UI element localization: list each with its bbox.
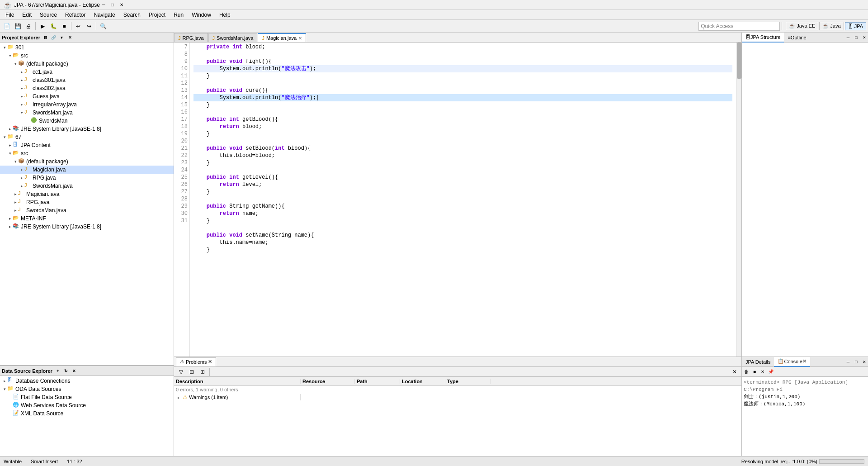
tree-item-301[interactable]: ▾ 📁 301 (0, 43, 174, 52)
tree-item-irregular[interactable]: ▸ J IrregularArray.java (0, 100, 174, 109)
warning-group-label: ▸ ⚠ Warnings (1 item) (174, 394, 301, 400)
tab-jpa-structure[interactable]: 🗄 JPA Structure (742, 33, 784, 43)
console-pin-btn[interactable]: 📌 (767, 368, 774, 376)
code-line-35: } (193, 246, 732, 253)
dse-close-btn[interactable]: ✕ (71, 367, 78, 375)
right-panel-close[interactable]: ✕ (861, 34, 868, 41)
console-remove-btn[interactable]: ✕ (759, 368, 766, 376)
debug-button[interactable]: 🐛 (48, 21, 58, 31)
tree-item-jpa-content[interactable]: ▸ 🗄 JPA Content (0, 141, 174, 149)
code-area[interactable]: private int blood; public void fight(){ … (190, 43, 736, 357)
save-button[interactable]: 💾 (13, 21, 23, 31)
tree-item-xml-source[interactable]: 📝 XML Data Source (0, 409, 174, 418)
tab-console[interactable]: 📋 Console ✕ (774, 357, 810, 367)
tree-item-swordsman2[interactable]: ▸ J SwordsMan.java (0, 182, 174, 190)
perspective-java[interactable]: ☕ Java (819, 22, 844, 30)
editor-vscroll[interactable] (736, 43, 741, 357)
dse-new-btn[interactable]: + (54, 367, 61, 375)
console-icon: 📋 (778, 358, 784, 364)
vscroll-thumb[interactable] (737, 43, 741, 79)
code-line-19: } (193, 130, 732, 138)
pe-link-btn[interactable]: 🔗 (50, 34, 57, 41)
tree-item-class301[interactable]: ▸ J class301.java (0, 76, 174, 84)
menu-navigate[interactable]: Navigate (90, 11, 118, 19)
perspective-javaee[interactable]: ☕ Java EE (786, 22, 818, 30)
right-panel-max[interactable]: □ (853, 34, 860, 41)
tree-item-swordsman3[interactable]: ▸ J SwordsMan.java (0, 206, 174, 214)
problems-filter-btn[interactable]: ▽ (176, 367, 186, 377)
tree-item-class302[interactable]: ▸ J class302.java (0, 84, 174, 92)
perspective-jpa[interactable]: 🗄 JPA (845, 22, 866, 30)
maximize-button[interactable]: □ (109, 1, 116, 9)
pe-menu-btn[interactable]: ▾ (58, 34, 66, 41)
editor-content[interactable]: 7 8 9 10 11 12 13 14 15 16 17 18 19 20 2… (174, 43, 741, 357)
project-icon-67: 📁 (7, 133, 14, 141)
tree-item-guess[interactable]: ▸ J Guess.java (0, 92, 174, 100)
tree-item-defpkg2[interactable]: ▾ 📦 (default package) (0, 157, 174, 166)
menu-help[interactable]: Help (216, 11, 234, 19)
close-button[interactable]: ✕ (118, 1, 125, 9)
search-button[interactable]: 🔍 (98, 21, 108, 31)
tree-item-magician2[interactable]: ▸ J Magician.java (0, 190, 174, 198)
menu-window[interactable]: Window (188, 11, 215, 19)
tree-item-rpg[interactable]: ▸ J RPG.java (0, 174, 174, 182)
tab-outline[interactable]: ≡ Outline (784, 33, 810, 43)
jpa-details-close[interactable]: ✕ (861, 358, 868, 366)
tab-rpg[interactable]: J RPG.java (174, 33, 208, 42)
tree-item-magician[interactable]: ▸ J Magician.java (0, 166, 174, 174)
quick-access-box[interactable]: Quick Access (698, 22, 780, 31)
menu-project[interactable]: Project (145, 11, 169, 19)
tab-problems[interactable]: ⚠ Problems ✕ (176, 357, 216, 366)
run-button[interactable]: ▶ (38, 21, 47, 31)
console-terminate-btn[interactable]: ■ (751, 368, 758, 376)
right-panel-min[interactable]: ─ (844, 34, 852, 41)
jpa-details-min[interactable]: ─ (844, 358, 852, 366)
tree-item-flat-file[interactable]: 📄 Flat File Data Source (0, 393, 174, 401)
minimize-button[interactable]: ─ (100, 1, 107, 9)
tree-item-src2[interactable]: ▾ 📂 src (0, 149, 174, 157)
pe-collapse-btn[interactable]: ⊟ (42, 34, 49, 41)
tree-item-jre1[interactable]: ▸ 📚 JRE System Library [JavaSE-1.8] (0, 125, 174, 133)
redo-button[interactable]: ↪ (84, 21, 94, 31)
problems-warning-row[interactable]: ▸ ⚠ Warnings (1 item) (174, 393, 741, 401)
console-close[interactable]: ✕ (802, 358, 807, 364)
tree-item-rpg2[interactable]: ▸ J RPG.java (0, 198, 174, 206)
tree-item-db-connections[interactable]: ▸ 🗄 Database Connections (0, 377, 174, 385)
warning-icon: ⚠ (183, 394, 188, 400)
problems-close-btn[interactable]: ✕ (730, 367, 740, 377)
problems-expand-btn[interactable]: ⊞ (198, 367, 208, 377)
code-line-29: public String getName(){ (193, 203, 732, 210)
menu-refactor[interactable]: Refactor (61, 11, 89, 19)
tab-magician-close[interactable]: ✕ (298, 36, 302, 41)
console-clear-btn[interactable]: 🗑 (743, 368, 750, 376)
col-type: Type (445, 379, 491, 384)
menu-source[interactable]: Source (36, 11, 61, 19)
tree-item-67[interactable]: ▾ 📁 67 (0, 133, 174, 141)
jpa-details-max[interactable]: □ (853, 358, 860, 366)
menu-search[interactable]: Search (120, 11, 144, 19)
tree-item-swordsman1[interactable]: ▾ J SwordsMan.java (0, 109, 174, 117)
tree-item-meta-inf[interactable]: ▸ 📂 META-INF (0, 214, 174, 223)
menu-file[interactable]: File (2, 11, 18, 19)
tab-swordsman[interactable]: J SwordsMan.java (208, 33, 258, 42)
problems-collapse-btn[interactable]: ⊟ (187, 367, 197, 377)
arrow-irregular: ▸ (19, 102, 24, 107)
stop-button[interactable]: ■ (59, 21, 69, 31)
tree-item-src1[interactable]: ▾ 📂 src (0, 52, 174, 60)
undo-button[interactable]: ↩ (73, 21, 83, 31)
dse-refresh-btn[interactable]: ↻ (62, 367, 70, 375)
menu-edit[interactable]: Edit (19, 11, 35, 19)
pe-close-btn[interactable]: ✕ (66, 34, 74, 41)
tab-magician[interactable]: J Magician.java ✕ (258, 33, 306, 42)
menu-run[interactable]: Run (170, 11, 187, 19)
problems-tab-close[interactable]: ✕ (208, 359, 212, 365)
tree-item-oda-sources[interactable]: ▾ 📁 ODA Data Sources (0, 385, 174, 393)
tree-item-web-services[interactable]: 🌐 Web Services Data Source (0, 401, 174, 409)
new-button[interactable]: 📄 (2, 21, 12, 31)
tab-jpa-details[interactable]: JPA Details (742, 357, 774, 367)
tree-item-defpkg1[interactable]: ▾ 📦 (default package) (0, 60, 174, 68)
tree-item-jre2[interactable]: ▸ 📚 JRE System Library [JavaSE-1.8] (0, 223, 174, 231)
tree-item-swordsmanclass[interactable]: 🟢 SwordsMan (0, 117, 174, 125)
print-button[interactable]: 🖨 (24, 21, 33, 31)
tree-item-cc1[interactable]: ▸ J cc1.java (0, 68, 174, 76)
